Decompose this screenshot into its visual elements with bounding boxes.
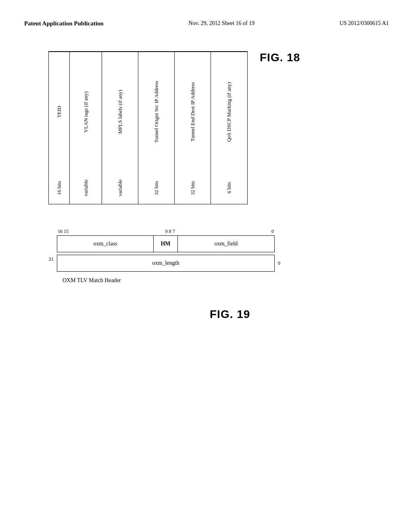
header-center: Nov. 29, 2012 Sheet 16 of 19 [188, 20, 254, 27]
col-tunnel-src: Tunnel Origin Src IP Address 32 bits [138, 52, 175, 204]
bit-9-8-7: 9 8 7 [165, 229, 175, 235]
col-mpls-header: MPLS labels (if any) [102, 52, 138, 172]
col-vlan-value: variable [70, 172, 102, 204]
fig19-label-container: FIG. 19 [210, 308, 389, 321]
col-qos-header: QoS DSCP Marking (if any) [211, 52, 247, 172]
oxm-length-cell: oxm_length [57, 255, 275, 272]
col-teid-header: TEID [49, 52, 69, 172]
col-vlan-header: VLAN tags (if any) [70, 52, 102, 172]
oxm-title: OXM TLV Match Header [63, 277, 389, 284]
col-mpls: MPLS labels (if any) variable [102, 52, 138, 204]
fig18-table: TEID 16 bits VLAN tags (if any) variable… [48, 51, 248, 204]
col-teid: TEID 16 bits [49, 52, 70, 204]
col-mpls-value: variable [102, 172, 138, 204]
fig18-label: FIG. 18 [260, 51, 300, 64]
fig19-section: 31 16 15 9 8 7 0 oxm_class HM oxm_field [48, 229, 389, 321]
header-right: US 2012/0300615 A1 [340, 20, 389, 27]
col-teid-value: 16 bits [49, 172, 69, 204]
bit-pos-labels: 16 15 9 8 7 0 [57, 229, 275, 235]
fig18-label-container: FIG. 18 [260, 51, 300, 68]
col-qos-value: 6 bits [211, 172, 247, 204]
oxm-class-cell: oxm_class [57, 236, 154, 252]
header-left: Patent Application Publication [24, 20, 104, 27]
oxm-field-cell: oxm_field [178, 236, 274, 252]
col-tunnel-dst-value: 32 bits [175, 172, 211, 204]
bit-positions-row1: 16 15 9 8 7 0 [57, 229, 275, 235]
tlv-row2-wrapper: oxm_length 0 [57, 255, 280, 272]
col-qos: QoS DSCP Marking (if any) 6 bits [211, 52, 247, 204]
col-tunnel-dst-header: Tunnel End Dest IP Address [175, 52, 211, 172]
hm-cell: HM [154, 236, 178, 252]
col-tunnel-src-header: Tunnel Origin Src IP Address [138, 52, 174, 172]
bit-0: 0 [271, 229, 274, 235]
fig19-label: FIG. 19 [210, 308, 389, 321]
fig18-container: TEID 16 bits VLAN tags (if any) variable… [48, 51, 389, 204]
bit-31-label: 31 [48, 229, 54, 262]
tlv-row1: oxm_class HM oxm_field [57, 235, 275, 252]
col-tunnel-dst: Tunnel End Dest IP Address 32 bits [175, 52, 211, 204]
col-tunnel-src-value: 32 bits [138, 172, 174, 204]
page-header: Patent Application Publication Nov. 29, … [24, 20, 389, 27]
zero-label: 0 [278, 255, 280, 272]
col-vlan: VLAN tags (if any) variable [70, 52, 102, 204]
tlv-diagram-wrapper: 16 15 9 8 7 0 oxm_class HM oxm_field oxm… [57, 229, 280, 272]
bit-16: 16 15 [58, 229, 69, 235]
